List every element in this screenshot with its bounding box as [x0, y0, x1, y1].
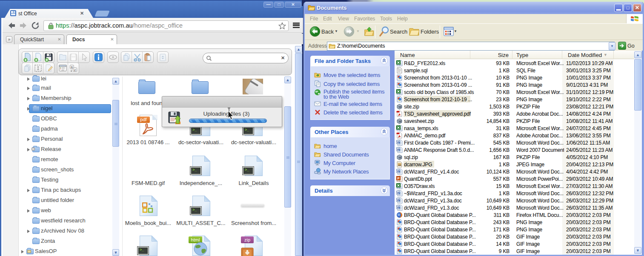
svg-text:a: a	[71, 65, 73, 69]
svg-text:W: W	[397, 205, 401, 209]
svg-text:z: z	[74, 68, 76, 72]
svg-text:W: W	[397, 198, 401, 202]
svg-text:W: W	[397, 148, 401, 151]
svg-text:P: P	[398, 176, 400, 180]
svg-text:W: W	[397, 169, 401, 173]
svg-text:W: W	[397, 140, 401, 144]
svg-text:W: W	[397, 191, 401, 195]
